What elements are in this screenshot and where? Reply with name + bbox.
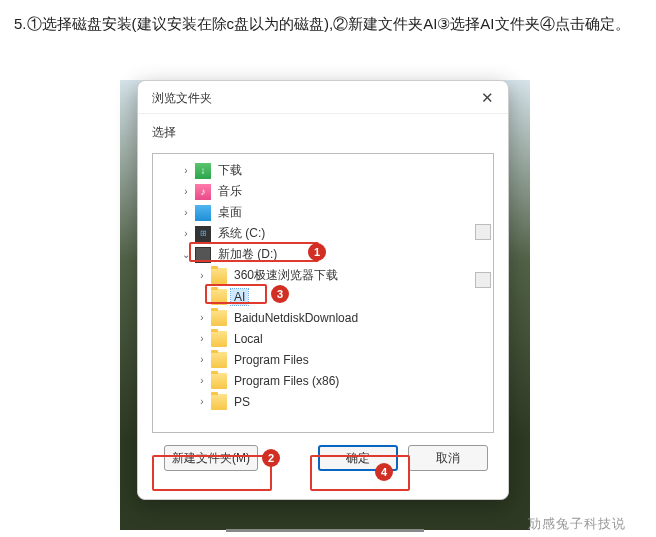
tree-label: 360极速浏览器下载	[231, 266, 341, 285]
tree-item-program-files[interactable]: › Program Files	[153, 349, 493, 370]
folder-icon	[211, 289, 227, 305]
chevron-blank	[195, 290, 209, 304]
tree-label: 下载	[215, 161, 245, 180]
tree-item-music[interactable]: › 音乐	[153, 181, 493, 202]
tree-label: AI	[231, 289, 248, 305]
browse-folder-dialog: 浏览文件夹 ✕ 选择 › 下载 › 音乐 › 桌面 › 系统	[137, 80, 509, 500]
tree-item-drive-d[interactable]: ⌄ 新加卷 (D:)	[153, 244, 493, 265]
tree-label: PS	[231, 394, 253, 410]
tree-label: 桌面	[215, 203, 245, 222]
instruction-text: 5.①选择磁盘安装(建议安装在除c盘以为的磁盘),②新建文件夹AI③选择AI文件…	[0, 0, 656, 37]
folder-icon	[211, 310, 227, 326]
folder-icon	[211, 331, 227, 347]
select-label: 选择	[152, 124, 494, 141]
tree-item-ai[interactable]: AI	[153, 286, 493, 307]
tree-label: Program Files (x86)	[231, 373, 342, 389]
chevron-right-icon: ›	[179, 227, 193, 241]
tree-item-downloads[interactable]: › 下载	[153, 160, 493, 181]
tree-item-360browser[interactable]: › 360极速浏览器下载	[153, 265, 493, 286]
new-folder-button[interactable]: 新建文件夹(M)	[164, 445, 258, 471]
folder-icon	[211, 373, 227, 389]
drive-icon	[195, 247, 211, 263]
folder-tree[interactable]: › 下载 › 音乐 › 桌面 › 系统 (C:) ⌄	[152, 153, 494, 433]
watermark-text: 劢感兔子科技说	[528, 515, 626, 533]
chevron-right-icon: ›	[179, 164, 193, 178]
dialog-titlebar: 浏览文件夹 ✕	[138, 81, 508, 114]
tree-label: 音乐	[215, 182, 245, 201]
tree-item-desktop[interactable]: › 桌面	[153, 202, 493, 223]
chevron-right-icon: ›	[195, 269, 209, 283]
chevron-right-icon: ›	[179, 185, 193, 199]
chevron-right-icon: ›	[195, 332, 209, 346]
chevron-right-icon: ›	[195, 311, 209, 325]
folder-icon	[211, 352, 227, 368]
chevron-right-icon: ›	[195, 353, 209, 367]
tree-item-system-c[interactable]: › 系统 (C:)	[153, 223, 493, 244]
chevron-right-icon: ›	[195, 374, 209, 388]
folder-icon	[211, 394, 227, 410]
tree-item-program-files-x86[interactable]: › Program Files (x86)	[153, 370, 493, 391]
desktop-icon	[195, 205, 211, 221]
tree-item-ps[interactable]: › PS	[153, 391, 493, 412]
music-icon	[195, 184, 211, 200]
tree-item-local[interactable]: › Local	[153, 328, 493, 349]
scroll-down-stub[interactable]	[475, 272, 491, 288]
tree-label: Program Files	[231, 352, 312, 368]
folder-icon	[211, 268, 227, 284]
cancel-button[interactable]: 取消	[408, 445, 488, 471]
tree-label: Local	[231, 331, 266, 347]
dialog-title: 浏览文件夹	[152, 90, 212, 107]
tree-label: 新加卷 (D:)	[215, 245, 280, 264]
chevron-down-icon: ⌄	[179, 248, 193, 262]
scroll-up-stub[interactable]	[475, 224, 491, 240]
dialog-button-row: 新建文件夹(M) 确定 取消	[152, 433, 494, 485]
tree-label: BaiduNetdiskDownload	[231, 310, 361, 326]
close-icon[interactable]: ✕	[478, 89, 496, 107]
ok-button[interactable]: 确定	[318, 445, 398, 471]
tree-label: 系统 (C:)	[215, 224, 268, 243]
system-drive-icon	[195, 226, 211, 242]
tree-item-baidu[interactable]: › BaiduNetdiskDownload	[153, 307, 493, 328]
chevron-right-icon: ›	[195, 395, 209, 409]
bottom-bar-fragment	[226, 529, 424, 537]
chevron-right-icon: ›	[179, 206, 193, 220]
download-icon	[195, 163, 211, 179]
